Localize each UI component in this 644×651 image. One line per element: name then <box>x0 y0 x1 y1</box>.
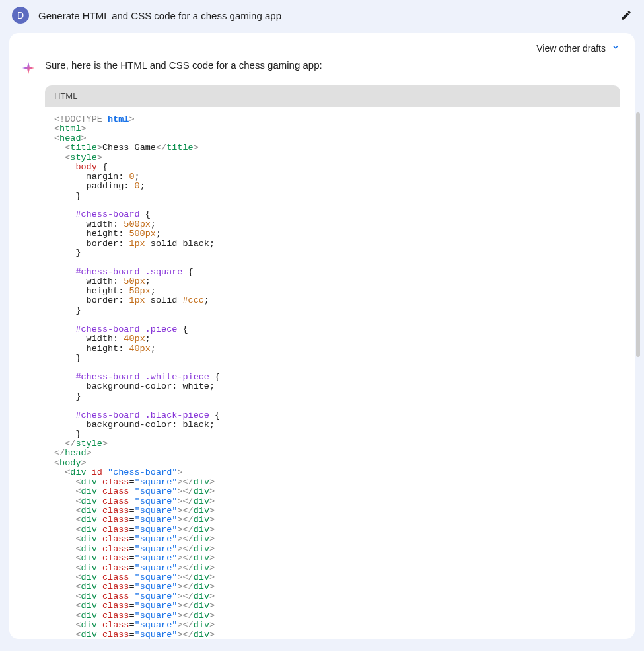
user-prompt-row: D Generate HTML and CSS code for a chess… <box>0 0 644 33</box>
code-language-label: HTML <box>45 85 620 107</box>
code-content[interactable]: <!DOCTYPE html> <html> <head> <title>Che… <box>45 107 620 639</box>
scrollbar-thumb[interactable] <box>636 112 640 357</box>
drafts-row: View other drafts <box>9 42 635 59</box>
user-prompt-text: Generate HTML and CSS code for a chess g… <box>38 10 611 21</box>
response-card: View other drafts Sure, <box>9 33 635 639</box>
edit-icon[interactable] <box>620 9 632 21</box>
chevron-down-icon[interactable] <box>611 42 620 54</box>
user-avatar: D <box>12 7 29 24</box>
code-block: HTML <!DOCTYPE html> <html> <head> <titl… <box>45 85 620 639</box>
view-other-drafts-link[interactable]: View other drafts <box>536 43 606 54</box>
response-intro-text: Sure, here is the HTML and CSS code for … <box>45 59 623 71</box>
sparkle-icon <box>21 61 36 75</box>
